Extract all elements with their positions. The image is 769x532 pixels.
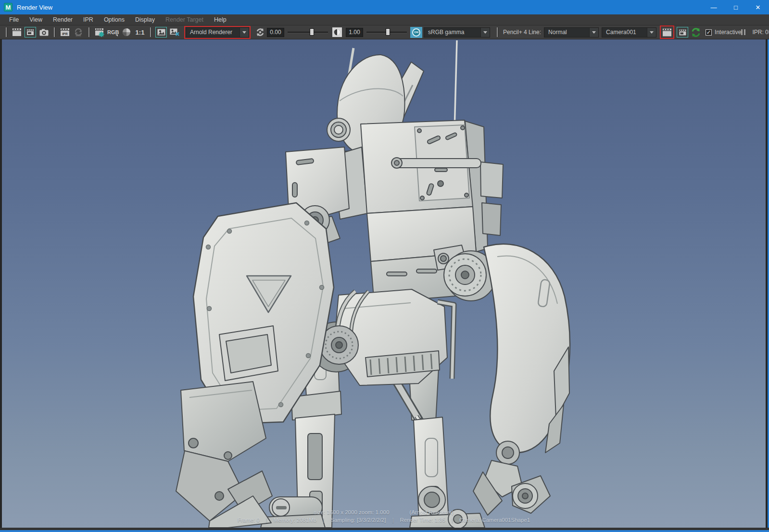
on-icon: ON	[412, 28, 420, 37]
render-current-frame-button[interactable]	[11, 27, 23, 37]
ipr-clapperboard-icon: IPR	[60, 28, 70, 37]
rendered-image-area[interactable]: size: 1600 x 2000 zoom: 1.000 (Arnold Re…	[2, 39, 766, 528]
window-title: Render View	[17, 4, 52, 11]
gamma-value: 1.00	[349, 29, 360, 36]
interactive-checkbox[interactable]: ✓	[706, 29, 712, 36]
render-view-window: M Render View — □ ✕ File View Render IPR…	[0, 0, 769, 532]
clapperboard-icon	[12, 28, 22, 37]
render-settings-button[interactable]	[94, 27, 105, 37]
render-sequence-button[interactable]	[661, 27, 673, 37]
clapperboard-region-icon	[26, 29, 34, 36]
window-bottom-accent	[0, 530, 769, 532]
renderer-dropdown[interactable]: Arnold Renderer	[186, 27, 249, 37]
ipr-render-button[interactable]: IPR	[59, 27, 71, 37]
render-settings-icon	[95, 28, 104, 37]
menu-view[interactable]: View	[24, 16, 48, 23]
status-memory: Memory: 2081Mb	[267, 517, 323, 523]
menu-render-target: Render Target	[160, 16, 209, 23]
render-size-zoom: size: 1600 x 2000 zoom: 1.000	[314, 509, 390, 515]
camera-value: Camera001	[606, 29, 636, 36]
gamma-field[interactable]: 1.00	[346, 28, 363, 37]
chevron-down-icon	[240, 28, 249, 37]
menu-file[interactable]: File	[4, 16, 24, 23]
render-region-snapshot-button[interactable]	[677, 27, 688, 37]
chevron-down-icon	[589, 28, 598, 37]
render-sequence-highlight-box	[660, 25, 674, 39]
remove-image-button[interactable]	[169, 27, 180, 37]
colorspace-dropdown[interactable]: sRGB gamma	[424, 27, 490, 37]
pencil-line-value: Normal	[548, 29, 567, 36]
status-frame: Frame: 0	[231, 517, 266, 523]
render-status-line-1: size: 1600 x 2000 zoom: 1.000 (Arnold Re…	[2, 509, 766, 515]
menu-render[interactable]: Render	[48, 16, 78, 23]
ipr-refresh-icon: IPR	[74, 28, 83, 37]
svg-text:IPR: IPR	[62, 32, 68, 36]
corner-caret-icon	[115, 35, 118, 37]
chevron-down-icon	[480, 28, 490, 37]
chevron-down-icon	[647, 28, 656, 37]
slider-handle[interactable]	[310, 28, 314, 36]
render-status-line-2: Frame: 0 | Memory: 2081Mb | Sampling: [3…	[2, 517, 766, 523]
one-to-one-icon: 1:1	[136, 29, 145, 36]
renderer-dropdown-value: Arnold Renderer	[190, 29, 232, 36]
menu-ipr[interactable]: IPR	[78, 16, 99, 23]
status-sampling: Sampling: [3/3/2/2/2/2]	[324, 517, 392, 523]
render-renderer-name: (Arnold Renderer)	[409, 509, 454, 515]
gamma-display-button[interactable]	[332, 27, 342, 37]
contrast-icon	[334, 29, 340, 36]
half-circle-icon	[122, 28, 131, 37]
display-min-field[interactable]: 0.00	[267, 28, 284, 37]
rgb-channels-button[interactable]: RGB	[107, 27, 119, 37]
status-render-time: Render Time: 1:35	[393, 517, 452, 523]
menu-display[interactable]: Display	[130, 16, 160, 23]
camera-dropdown[interactable]: Camera001	[602, 27, 656, 37]
pencil-line-dropdown[interactable]: Normal	[544, 27, 599, 37]
interactive-label: Interactive	[715, 29, 741, 36]
close-button[interactable]: ✕	[747, 0, 769, 14]
image-remove-icon	[170, 28, 179, 36]
real-size-button[interactable]: 1:1	[134, 27, 146, 37]
toolbar-grip	[88, 27, 89, 37]
pause-icon[interactable]	[741, 29, 745, 35]
menu-options[interactable]: Options	[99, 16, 130, 23]
pencil-line-label: Pencil+ 4 Line:	[503, 29, 541, 36]
green-refresh-icon	[691, 27, 701, 37]
clapperboard-region-icon	[679, 29, 686, 36]
camera-icon	[39, 29, 49, 36]
keep-image-button[interactable]	[155, 27, 167, 37]
alpha-channel-button[interactable]	[121, 27, 132, 37]
render-region-button[interactable]	[25, 27, 36, 37]
slider-handle[interactable]	[386, 28, 390, 36]
minimize-button[interactable]: —	[703, 0, 725, 14]
toolbar-grip	[497, 27, 498, 37]
color-management-toggle[interactable]: ON	[410, 27, 422, 38]
menu-help[interactable]: Help	[209, 16, 232, 23]
svg-text:IPR: IPR	[76, 34, 81, 37]
renderer-highlight-box: Arnold Renderer	[184, 26, 251, 39]
toolbar: IPR IPR	[0, 25, 769, 39]
rendered-robot-model	[2, 39, 766, 528]
toolbar-grip	[54, 27, 55, 37]
ipr-memory-label: IPR: 0MB	[752, 29, 769, 36]
title-bar: M Render View — □ ✕	[0, 0, 769, 14]
image-icon	[157, 29, 165, 36]
display-min-slider[interactable]	[288, 27, 328, 37]
render-viewport-frame: size: 1600 x 2000 zoom: 1.000 (Arnold Re…	[0, 39, 768, 528]
toolbar-grip	[6, 27, 7, 37]
refresh-render-button[interactable]	[254, 27, 266, 37]
colorspace-value: sRGB gamma	[428, 29, 464, 36]
maximize-button[interactable]: □	[725, 0, 747, 14]
ipr-update-button[interactable]	[690, 27, 702, 37]
ipr-refresh-button-disabled: IPR	[73, 27, 84, 37]
display-min-value: 0.00	[270, 29, 281, 36]
gamma-slider[interactable]	[366, 27, 407, 37]
status-camera: Camera: Camera001Shape1	[453, 517, 536, 523]
snapshot-button[interactable]	[38, 27, 50, 37]
slider-track	[288, 32, 328, 33]
maya-logo-icon: M	[4, 3, 13, 12]
menu-bar: File View Render IPR Options Display Ren…	[0, 14, 769, 25]
toolbar-grip	[150, 27, 151, 37]
shutter-refresh-icon	[255, 27, 265, 37]
clapperboard-icon	[662, 28, 672, 37]
